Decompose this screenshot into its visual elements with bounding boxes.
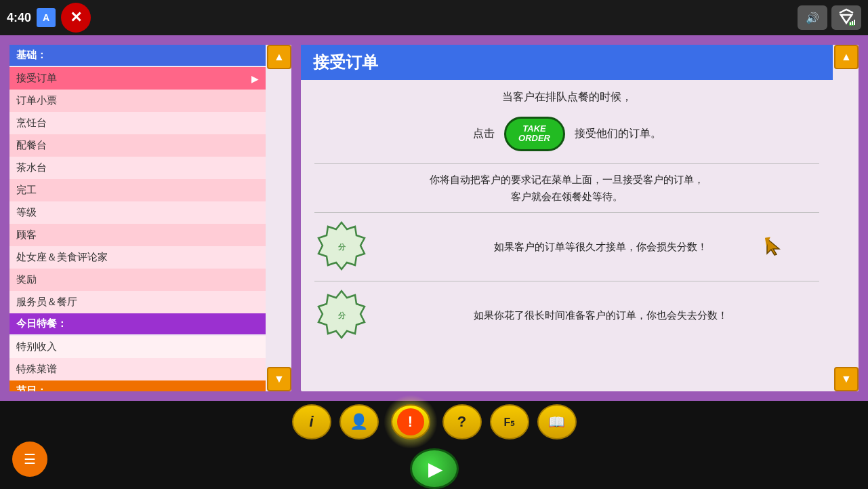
take-order-line1: TAKE	[522, 124, 545, 134]
take-order-button[interactable]: TAKE ORDER	[504, 117, 565, 151]
list-item-accept-order[interactable]: 接受订单	[9, 67, 266, 90]
close-app-icon[interactable]: ✕	[61, 3, 91, 33]
take-order-line2: ORDER	[518, 134, 550, 143]
list-item-complete[interactable]: 完工	[9, 179, 266, 201]
section-specials-header: 今日特餐：	[9, 313, 266, 334]
info-icon: i	[309, 413, 313, 431]
bottom-icons-row: i 👤 ! ? F₅ 📖	[292, 401, 577, 443]
list-item-serving-counter[interactable]: 配餐台	[9, 134, 266, 157]
book-icon: 📖	[548, 414, 565, 430]
list-item-receipt[interactable]: 订单小票	[9, 90, 266, 112]
top-bar-left: 4:40 A ✕	[7, 3, 91, 33]
left-list: 基础： 接受订单 订单小票 烹饪台 配餐台 茶水台 完工 等级 顾客 处女座＆美…	[9, 45, 291, 391]
time-display: 4:40	[7, 11, 31, 25]
svg-rect-4	[854, 20, 855, 25]
top-bar: 4:40 A ✕ 🔊	[0, 0, 868, 35]
left-scroll-up-button[interactable]: ▲	[267, 45, 291, 69]
list-item-special-recipe[interactable]: 特殊菜谱	[9, 358, 266, 380]
list-item-level[interactable]: 等级	[9, 201, 266, 224]
fs-icon: F₅	[504, 416, 515, 429]
right-panel: ▲ ▼ 接受订单 当客户在排队点餐的时候， 点击 TAKE ORDER 接受他们…	[299, 43, 860, 393]
right-body: 当客户在排队点餐的时候， 点击 TAKE ORDER 接受他们的订单。 你将自动…	[301, 80, 833, 391]
list-item-tea-counter[interactable]: 茶水台	[9, 157, 266, 179]
intro-post-text: 接受他们的订单。	[575, 127, 661, 141]
audio-icon[interactable]: 🔊	[798, 5, 827, 30]
keyboard-icon: A	[37, 8, 56, 27]
section-basics-header: 基础：	[9, 45, 266, 66]
section-holiday-header: 节日：	[9, 380, 266, 391]
play-icon: ▶	[428, 458, 443, 480]
right-scroll-down-button[interactable]: ▼	[834, 367, 859, 391]
book-button[interactable]: 📖	[537, 404, 577, 439]
svg-rect-2	[850, 22, 851, 25]
score-bad-section-2: 分 如果你花了很长时间准备客户的订单，你也会失去分数！	[314, 288, 819, 343]
score-badge-2: 分	[314, 288, 369, 343]
left-panel: ▲ 基础： 接受订单 订单小票 烹饪台 配餐台 茶水台 完工 等级 顾客 处女座…	[8, 43, 293, 393]
exclamation-button[interactable]: !	[391, 404, 430, 439]
play-button[interactable]: ▶	[410, 448, 459, 489]
exclamation-container: !	[387, 401, 434, 443]
left-scroll-down-button[interactable]: ▼	[267, 367, 291, 391]
exclamation-icon: !	[397, 408, 424, 435]
score-bad-1-text: 如果客户的订单等很久才接单，你会损失分数！	[382, 238, 819, 256]
divider-1	[314, 163, 819, 164]
click-label: 点击	[473, 127, 495, 141]
list-item-customer[interactable]: 顾客	[9, 224, 266, 246]
svg-text:分: 分	[337, 311, 346, 319]
main-content: ▲ 基础： 接受订单 订单小票 烹饪台 配餐台 茶水台 完工 等级 顾客 处女座…	[0, 35, 868, 401]
person-button[interactable]: 👤	[339, 404, 379, 439]
info-button[interactable]: i	[292, 404, 331, 439]
top-bar-right: 🔊	[798, 5, 861, 30]
person-icon: 👤	[350, 413, 368, 431]
intro-row: 当客户在排队点餐的时候，	[314, 90, 819, 104]
intro-pre-text: 当客户在排队点餐的时候，	[502, 90, 632, 104]
question-icon: ?	[457, 413, 466, 431]
intro-action-row: 点击 TAKE ORDER 接受他们的订单。	[314, 117, 819, 151]
list-item-reward[interactable]: 奖励	[9, 269, 266, 291]
right-scroll-up-button[interactable]: ▲	[834, 45, 859, 69]
list-item-kitchen[interactable]: 烹饪台	[9, 112, 266, 134]
bottom-bar: i 👤 ! ? F₅ 📖 ▶ ☰	[0, 401, 868, 489]
divider-3	[314, 281, 819, 281]
list-item-staff-restaurant[interactable]: 服务员＆餐厅	[9, 291, 266, 313]
svg-text:分: 分	[337, 243, 346, 251]
list-item-special-income[interactable]: 特别收入	[9, 336, 266, 358]
right-content: 接受订单 当客户在排队点餐的时候， 点击 TAKE ORDER 接受他们的订单。	[301, 45, 859, 391]
question-button[interactable]: ?	[442, 404, 482, 439]
menu-icon: ☰	[24, 451, 36, 467]
score-badge-1: 分	[314, 220, 369, 274]
divider-2	[314, 212, 819, 213]
score-bad-section-1: 分 如果客户的订单等很久才接单，你会损失分数！	[314, 220, 819, 274]
right-panel-title: 接受订单	[301, 45, 833, 80]
para1-text: 你将自动把客户的要求记在菜单上面，一旦接受客户的订单， 客户就会在领餐处等待。	[314, 171, 819, 206]
score-bad-2-text: 如果你花了很长时间准备客户的订单，你也会失去分数！	[382, 307, 819, 324]
wifi-icon[interactable]	[831, 5, 861, 30]
svg-rect-3	[852, 21, 853, 25]
list-item-virgo-critic[interactable]: 处女座＆美食评论家	[9, 246, 266, 269]
fs-button[interactable]: F₅	[490, 404, 529, 439]
menu-button[interactable]: ☰	[12, 442, 47, 477]
